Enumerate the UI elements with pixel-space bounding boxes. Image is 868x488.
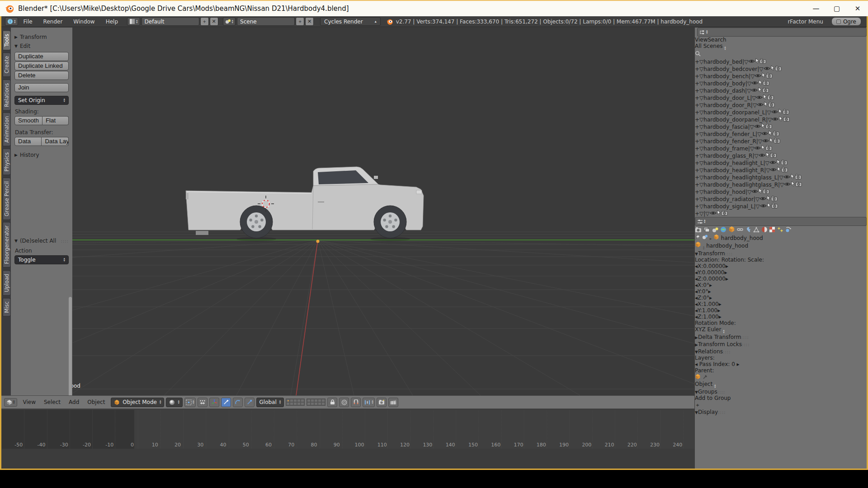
selectability-cursor-icon[interactable] — [755, 59, 760, 65]
selectability-cursor-icon[interactable] — [761, 73, 766, 80]
snap-button[interactable] — [351, 398, 361, 407]
visibility-eye-icon[interactable] — [710, 211, 717, 217]
panel-display[interactable]: ▼Display:::: — [695, 409, 867, 415]
outliner-item-hardbody-doorpanel-l[interactable]: +▽hardbody_doorpanel_L|▽ — [695, 108, 867, 116]
scene-field[interactable]: Scene — [237, 17, 295, 26]
visibility-eye-icon[interactable] — [783, 174, 790, 181]
info-menu-help[interactable]: Help — [100, 19, 123, 25]
outliner-item-hardbody-hood[interactable]: +▽hardbody_hood|▽ — [695, 188, 867, 195]
layer-cell[interactable] — [297, 402, 301, 405]
opengl-render-button[interactable] — [377, 398, 387, 407]
duplicate-linked-button[interactable]: Duplicate Linked — [14, 61, 69, 70]
renderability-camera-icon[interactable] — [765, 145, 772, 152]
visibility-eye-icon[interactable] — [772, 117, 778, 123]
pass-index-field[interactable]: ◂ Pass Index: 0 ▸ — [695, 361, 867, 367]
panel-edit[interactable]: ▼Edit — [14, 43, 69, 49]
maximize-button[interactable]: ▢ — [826, 1, 847, 16]
tab-material[interactable] — [761, 228, 768, 234]
shelf-tab-relations[interactable]: Relations — [3, 80, 11, 111]
tab-object[interactable] — [728, 228, 735, 234]
outliner-item-hardbody-bench[interactable]: +▽hardbody_bench|▽ — [695, 72, 867, 80]
renderability-camera-icon[interactable] — [763, 189, 769, 195]
rotation-z-field[interactable]: ◂Z:0°▸ — [695, 295, 867, 301]
object-name[interactable]: hardbody_doorpanel_L — [703, 109, 765, 116]
expand-icon[interactable]: + — [695, 196, 699, 202]
object-name[interactable]: hardbody_frame — [703, 145, 748, 152]
tab-texture[interactable] — [769, 228, 775, 234]
shelf-tab-tools[interactable]: Tools — [3, 30, 11, 50]
selectability-cursor-icon[interactable] — [776, 160, 781, 166]
flat-button[interactable]: Flat — [42, 116, 69, 125]
visibility-eye-icon[interactable] — [755, 73, 761, 80]
scale-y-field[interactable]: ◂Y:1.000▸ — [695, 307, 867, 314]
object-name[interactable]: hardbody_glass_R — [703, 153, 752, 159]
visibility-eye-icon[interactable] — [748, 59, 755, 65]
tab-object-data[interactable] — [753, 228, 760, 234]
renderability-camera-icon[interactable] — [783, 117, 790, 123]
layer-cell[interactable] — [286, 399, 290, 402]
timeline-track-area[interactable]: -50-40-30-20-100102030405060708090100110… — [1, 410, 694, 449]
layer-cell[interactable] — [307, 402, 311, 405]
object-name[interactable]: hardbody_bed — [703, 59, 742, 65]
renderability-camera-icon[interactable] — [781, 167, 788, 174]
panel-delta-transform[interactable]: ▶Delta Transform:::: — [695, 334, 867, 340]
object-name[interactable]: hardbody_radiator — [703, 196, 754, 202]
layers-grid-left[interactable] — [286, 399, 305, 406]
visibility-eye-icon[interactable] — [751, 80, 758, 87]
expand-icon[interactable]: + — [695, 117, 699, 123]
shelf-tab-physics[interactable]: Physics — [3, 149, 11, 175]
renderability-camera-icon[interactable] — [762, 88, 769, 94]
object-name[interactable]: hardbody_signal_L — [703, 203, 754, 210]
visibility-eye-icon[interactable] — [764, 66, 770, 72]
layer-cell[interactable] — [321, 402, 325, 405]
panel-relations[interactable]: ▼Relations:::: — [695, 348, 867, 355]
selectability-cursor-icon[interactable] — [761, 124, 765, 130]
selectability-cursor-icon[interactable] — [767, 203, 771, 210]
selectability-cursor-icon[interactable] — [758, 189, 763, 195]
layer-cell[interactable] — [286, 402, 290, 405]
object-name[interactable]: hardbody_headlight_L — [703, 160, 763, 166]
object-name[interactable]: hardbody_door_L — [703, 95, 750, 101]
rotate-manipulator-button[interactable] — [233, 398, 243, 407]
outliner-item-hardbody-headlightglass-l[interactable]: +▽hardbody_headlightglass_L|▽ — [695, 174, 867, 181]
pin-icon[interactable] — [695, 235, 700, 240]
tab-render-layers[interactable] — [703, 228, 710, 234]
visibility-eye-icon[interactable] — [754, 124, 761, 130]
rfactor-menu[interactable]: rFactor Menu — [788, 19, 823, 25]
shelf-tab-upload[interactable]: Upload — [3, 270, 11, 296]
duplicate-button[interactable]: Duplicate — [14, 52, 69, 61]
layer-cell[interactable] — [318, 399, 321, 402]
outliner-item-hardbody-door-r[interactable]: +▽hardbody_door_R|▽ — [695, 101, 867, 108]
renderability-camera-icon[interactable] — [770, 153, 777, 159]
visibility-eye-icon[interactable] — [760, 203, 767, 210]
expand-icon[interactable]: + — [695, 102, 699, 108]
visibility-eye-icon[interactable] — [769, 160, 776, 166]
layer-cell[interactable] — [321, 399, 325, 402]
layer-cell[interactable] — [290, 399, 293, 402]
outliner-menu-view[interactable]: View — [695, 37, 708, 43]
selectability-cursor-icon[interactable] — [717, 211, 721, 217]
visibility-eye-icon[interactable] — [760, 196, 766, 202]
object-name[interactable]: hardbody_door_R — [703, 102, 751, 108]
tab-render[interactable] — [695, 228, 702, 234]
viewport-menu-view[interactable]: View — [19, 399, 40, 405]
editor-type-button[interactable]: i ▴▾ — [5, 17, 18, 26]
outliner-item-hardbody-fascia[interactable]: +▽hardbody_fascia|▽ — [695, 123, 867, 130]
location-z-field[interactable]: ◂Z:0.00000▸ — [695, 276, 867, 282]
expand-icon[interactable]: + — [695, 95, 699, 101]
location-y-field[interactable]: ◂Y:0.00000▸ — [695, 269, 867, 276]
renderability-camera-icon[interactable] — [763, 80, 769, 87]
shelf-tab-misc[interactable]: Misc — [3, 298, 11, 316]
add-layout-button[interactable]: ＋ — [200, 17, 209, 26]
truck-model[interactable] — [186, 167, 424, 241]
manipulator-axis-icon-button[interactable] — [209, 398, 219, 407]
renderability-camera-icon[interactable] — [766, 73, 773, 80]
renderability-camera-icon[interactable] — [783, 109, 789, 116]
outliner-scope-dropdown[interactable]: All Scenes ▴▾ — [695, 43, 867, 51]
object-name[interactable]: hardbody_body — [703, 80, 745, 87]
layer-cell[interactable] — [311, 399, 314, 402]
renderability-camera-icon[interactable] — [765, 124, 772, 130]
snap-element-dropdown[interactable]: ▴▾ — [363, 398, 375, 407]
object-name[interactable]: hardbody_headlightglass_L — [703, 174, 777, 181]
expand-icon[interactable]: + — [695, 124, 699, 130]
